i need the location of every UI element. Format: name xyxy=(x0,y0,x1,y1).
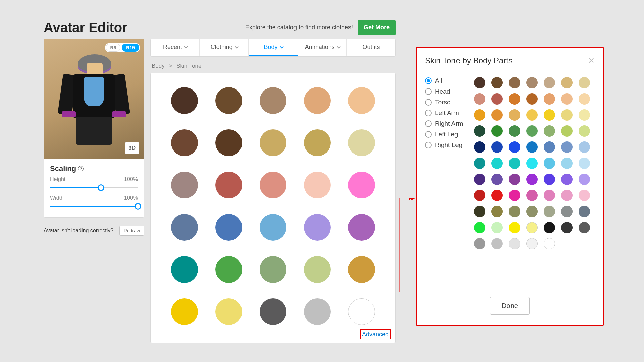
modal-skin-swatch[interactable] xyxy=(526,174,538,185)
skin-tone-swatch[interactable] xyxy=(304,172,331,198)
modal-skin-swatch[interactable] xyxy=(579,109,590,121)
height-slider[interactable] xyxy=(50,184,138,192)
skin-tone-swatch[interactable] xyxy=(260,214,286,241)
skin-tone-swatch[interactable] xyxy=(304,129,331,156)
modal-skin-swatch[interactable] xyxy=(491,77,503,88)
modal-skin-swatch[interactable] xyxy=(561,77,573,88)
modal-skin-swatch[interactable] xyxy=(526,222,538,233)
modal-skin-swatch[interactable] xyxy=(474,141,485,153)
tab-animations[interactable]: Animations xyxy=(298,39,347,56)
modal-skin-swatch[interactable] xyxy=(491,206,503,217)
modal-skin-swatch[interactable] xyxy=(509,190,520,201)
modal-skin-swatch[interactable] xyxy=(544,190,555,201)
breadcrumb-root[interactable]: Body xyxy=(152,63,165,69)
modal-skin-swatch[interactable] xyxy=(544,206,555,217)
modal-skin-swatch[interactable] xyxy=(474,93,485,105)
modal-skin-swatch[interactable] xyxy=(526,125,538,137)
skin-tone-swatch[interactable] xyxy=(304,214,331,241)
modal-skin-swatch[interactable] xyxy=(544,109,555,121)
scaling-help-icon[interactable]: ? xyxy=(78,166,84,171)
modal-skin-swatch[interactable] xyxy=(561,93,573,105)
modal-skin-swatch[interactable] xyxy=(474,238,485,249)
modal-skin-swatch[interactable] xyxy=(474,222,485,233)
skin-tone-swatch[interactable] xyxy=(171,87,198,114)
three-d-button[interactable]: 3D xyxy=(125,142,139,154)
skin-tone-swatch[interactable] xyxy=(348,87,375,114)
tab-recent[interactable]: Recent xyxy=(151,39,200,56)
skin-tone-swatch[interactable] xyxy=(171,129,198,156)
modal-skin-swatch[interactable] xyxy=(544,93,555,105)
modal-skin-swatch[interactable] xyxy=(491,158,503,169)
skin-tone-swatch[interactable] xyxy=(260,298,286,325)
tab-body[interactable]: Body xyxy=(249,39,298,56)
modal-skin-swatch[interactable] xyxy=(474,206,485,217)
modal-skin-swatch[interactable] xyxy=(544,158,555,169)
modal-skin-swatch[interactable] xyxy=(561,174,573,185)
skin-tone-swatch[interactable] xyxy=(215,298,242,325)
modal-skin-swatch[interactable] xyxy=(474,109,485,121)
skin-tone-swatch[interactable] xyxy=(260,87,286,114)
modal-skin-swatch[interactable] xyxy=(544,174,555,185)
modal-skin-swatch[interactable] xyxy=(579,77,590,88)
modal-skin-swatch[interactable] xyxy=(509,222,520,233)
modal-skin-swatch[interactable] xyxy=(474,77,485,88)
modal-skin-swatch[interactable] xyxy=(509,109,520,121)
modal-skin-swatch[interactable] xyxy=(526,93,538,105)
get-more-button[interactable]: Get More xyxy=(358,20,396,35)
modal-skin-swatch[interactable] xyxy=(526,206,538,217)
skin-tone-swatch[interactable] xyxy=(304,87,331,114)
modal-skin-swatch[interactable] xyxy=(491,141,503,153)
modal-skin-swatch[interactable] xyxy=(544,222,555,233)
skin-tone-swatch[interactable] xyxy=(260,172,286,198)
skin-tone-swatch[interactable] xyxy=(171,214,198,241)
skin-tone-swatch[interactable] xyxy=(260,256,286,283)
modal-skin-swatch[interactable] xyxy=(509,125,520,137)
modal-skin-swatch[interactable] xyxy=(579,174,590,185)
modal-skin-swatch[interactable] xyxy=(526,238,538,249)
skin-tone-swatch[interactable] xyxy=(215,129,242,156)
skin-tone-swatch[interactable] xyxy=(215,172,242,198)
skin-tone-swatch[interactable] xyxy=(348,172,375,198)
modal-skin-swatch[interactable] xyxy=(491,93,503,105)
modal-skin-swatch[interactable] xyxy=(579,93,590,105)
modal-skin-swatch[interactable] xyxy=(509,238,520,249)
modal-skin-swatch[interactable] xyxy=(561,141,573,153)
body-part-radio[interactable]: Right Leg xyxy=(425,141,467,149)
modal-skin-swatch[interactable] xyxy=(474,174,485,185)
modal-skin-swatch[interactable] xyxy=(474,158,485,169)
modal-skin-swatch[interactable] xyxy=(509,141,520,153)
modal-skin-swatch[interactable] xyxy=(561,125,573,137)
body-part-radio[interactable]: Right Arm xyxy=(425,120,467,127)
modal-skin-swatch[interactable] xyxy=(526,141,538,153)
modal-skin-swatch[interactable] xyxy=(509,77,520,88)
skin-tone-swatch[interactable] xyxy=(215,214,242,241)
tab-outfits[interactable]: Outfits xyxy=(347,39,395,56)
modal-skin-swatch[interactable] xyxy=(579,158,590,169)
modal-skin-swatch[interactable] xyxy=(491,125,503,137)
modal-skin-swatch[interactable] xyxy=(561,206,573,217)
modal-skin-swatch[interactable] xyxy=(509,158,520,169)
advanced-link[interactable]: Advanced xyxy=(360,329,391,339)
body-part-radio[interactable]: Left Leg xyxy=(425,131,467,138)
modal-skin-swatch[interactable] xyxy=(509,206,520,217)
modal-skin-swatch[interactable] xyxy=(561,109,573,121)
tab-clothing[interactable]: Clothing xyxy=(200,39,249,56)
modal-skin-swatch[interactable] xyxy=(579,141,590,153)
skin-tone-swatch[interactable] xyxy=(348,129,375,156)
body-part-radio[interactable]: All xyxy=(425,77,467,84)
modal-skin-swatch[interactable] xyxy=(491,222,503,233)
close-icon[interactable]: ✕ xyxy=(588,57,595,65)
modal-skin-swatch[interactable] xyxy=(544,238,555,249)
modal-skin-swatch[interactable] xyxy=(544,125,555,137)
modal-skin-swatch[interactable] xyxy=(544,141,555,153)
modal-skin-swatch[interactable] xyxy=(474,125,485,137)
width-slider[interactable] xyxy=(50,202,138,210)
modal-skin-swatch[interactable] xyxy=(561,222,573,233)
modal-skin-swatch[interactable] xyxy=(509,93,520,105)
modal-skin-swatch[interactable] xyxy=(579,206,590,217)
modal-skin-swatch[interactable] xyxy=(491,190,503,201)
skin-tone-swatch[interactable] xyxy=(304,256,331,283)
modal-skin-swatch[interactable] xyxy=(491,109,503,121)
skin-tone-swatch[interactable] xyxy=(304,298,331,325)
skin-tone-swatch[interactable] xyxy=(171,256,198,283)
